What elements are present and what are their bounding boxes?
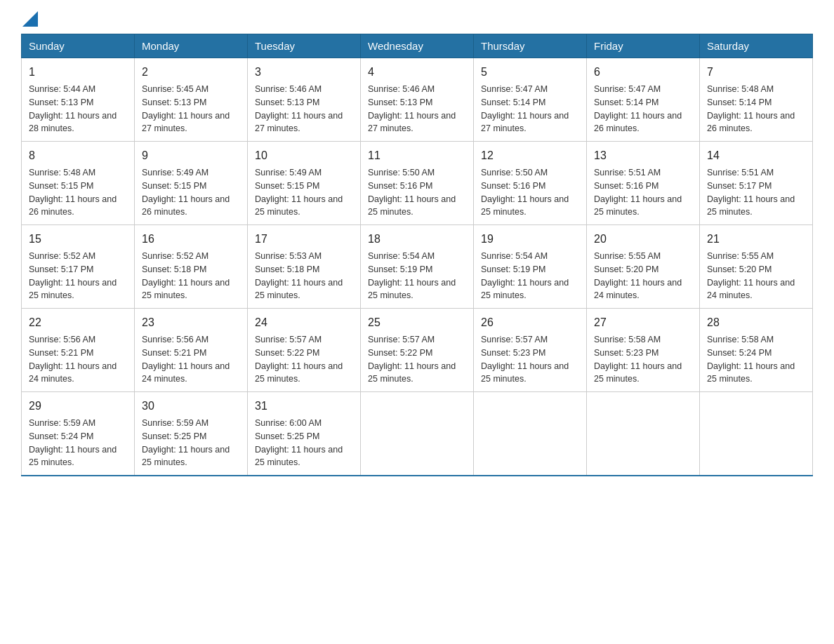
day-cell: 31Sunrise: 6:00 AMSunset: 5:25 PMDayligh… (248, 392, 361, 476)
day-cell: 5Sunrise: 5:47 AMSunset: 5:14 PMDaylight… (474, 58, 587, 142)
day-info: Sunrise: 5:50 AMSunset: 5:16 PMDaylight:… (368, 166, 466, 219)
day-cell: 14Sunrise: 5:51 AMSunset: 5:17 PMDayligh… (700, 142, 813, 225)
logo (21, 14, 38, 27)
logo-triangle-icon (22, 11, 38, 27)
day-number: 17 (255, 231, 353, 248)
column-header-saturday: Saturday (700, 34, 813, 58)
column-header-wednesday: Wednesday (361, 34, 474, 58)
day-number: 9 (142, 147, 240, 164)
day-number: 18 (368, 231, 466, 248)
day-cell: 12Sunrise: 5:50 AMSunset: 5:16 PMDayligh… (474, 142, 587, 225)
header-row: SundayMondayTuesdayWednesdayThursdayFrid… (22, 34, 813, 58)
day-cell: 8Sunrise: 5:48 AMSunset: 5:15 PMDaylight… (22, 142, 135, 225)
day-number: 31 (255, 398, 353, 415)
day-info: Sunrise: 5:57 AMSunset: 5:22 PMDaylight:… (368, 333, 466, 386)
day-info: Sunrise: 6:00 AMSunset: 5:25 PMDaylight:… (255, 417, 353, 469)
day-info: Sunrise: 5:54 AMSunset: 5:19 PMDaylight:… (368, 250, 466, 302)
day-info: Sunrise: 5:47 AMSunset: 5:14 PMDaylight:… (594, 83, 692, 135)
day-number: 16 (142, 231, 240, 248)
day-cell: 23Sunrise: 5:56 AMSunset: 5:21 PMDayligh… (135, 309, 248, 392)
day-info: Sunrise: 5:50 AMSunset: 5:16 PMDaylight:… (481, 166, 579, 219)
day-number: 30 (142, 398, 240, 415)
day-info: Sunrise: 5:49 AMSunset: 5:15 PMDaylight:… (142, 166, 240, 219)
calendar-body: 1Sunrise: 5:44 AMSunset: 5:13 PMDaylight… (22, 58, 813, 476)
day-info: Sunrise: 5:45 AMSunset: 5:13 PMDaylight:… (142, 83, 240, 135)
day-info: Sunrise: 5:54 AMSunset: 5:19 PMDaylight:… (481, 250, 579, 302)
day-info: Sunrise: 5:46 AMSunset: 5:13 PMDaylight:… (255, 83, 353, 135)
day-number: 7 (707, 64, 805, 81)
day-number: 23 (142, 314, 240, 331)
day-cell: 20Sunrise: 5:55 AMSunset: 5:20 PMDayligh… (587, 225, 700, 309)
day-number: 20 (594, 231, 692, 248)
week-row-2: 8Sunrise: 5:48 AMSunset: 5:15 PMDaylight… (22, 142, 813, 225)
day-cell: 26Sunrise: 5:57 AMSunset: 5:23 PMDayligh… (474, 309, 587, 392)
day-number: 19 (481, 231, 579, 248)
day-info: Sunrise: 5:58 AMSunset: 5:23 PMDaylight:… (594, 333, 692, 386)
day-number: 21 (707, 231, 805, 248)
day-number: 11 (368, 147, 466, 164)
day-info: Sunrise: 5:48 AMSunset: 5:14 PMDaylight:… (707, 83, 805, 135)
day-info: Sunrise: 5:57 AMSunset: 5:23 PMDaylight:… (481, 333, 579, 386)
week-row-1: 1Sunrise: 5:44 AMSunset: 5:13 PMDaylight… (22, 58, 813, 142)
day-info: Sunrise: 5:56 AMSunset: 5:21 PMDaylight:… (29, 333, 127, 386)
day-cell: 13Sunrise: 5:51 AMSunset: 5:16 PMDayligh… (587, 142, 700, 225)
day-cell: 11Sunrise: 5:50 AMSunset: 5:16 PMDayligh… (361, 142, 474, 225)
column-header-sunday: Sunday (22, 34, 135, 58)
day-cell: 7Sunrise: 5:48 AMSunset: 5:14 PMDaylight… (700, 58, 813, 142)
day-cell: 1Sunrise: 5:44 AMSunset: 5:13 PMDaylight… (22, 58, 135, 142)
day-number: 4 (368, 64, 466, 81)
day-cell: 18Sunrise: 5:54 AMSunset: 5:19 PMDayligh… (361, 225, 474, 309)
calendar-table: SundayMondayTuesdayWednesdayThursdayFrid… (21, 34, 813, 476)
day-cell: 27Sunrise: 5:58 AMSunset: 5:23 PMDayligh… (587, 309, 700, 392)
day-cell: 15Sunrise: 5:52 AMSunset: 5:17 PMDayligh… (22, 225, 135, 309)
day-number: 13 (594, 147, 692, 164)
day-number: 6 (594, 64, 692, 81)
day-cell: 10Sunrise: 5:49 AMSunset: 5:15 PMDayligh… (248, 142, 361, 225)
day-number: 22 (29, 314, 127, 331)
day-number: 3 (255, 64, 353, 81)
day-cell (474, 392, 587, 476)
day-cell: 21Sunrise: 5:55 AMSunset: 5:20 PMDayligh… (700, 225, 813, 309)
day-cell: 29Sunrise: 5:59 AMSunset: 5:24 PMDayligh… (22, 392, 135, 476)
day-cell: 3Sunrise: 5:46 AMSunset: 5:13 PMDaylight… (248, 58, 361, 142)
day-info: Sunrise: 5:55 AMSunset: 5:20 PMDaylight:… (707, 250, 805, 302)
day-number: 28 (707, 314, 805, 331)
column-header-thursday: Thursday (474, 34, 587, 58)
day-info: Sunrise: 5:51 AMSunset: 5:17 PMDaylight:… (707, 166, 805, 219)
day-info: Sunrise: 5:55 AMSunset: 5:20 PMDaylight:… (594, 250, 692, 302)
day-cell: 4Sunrise: 5:46 AMSunset: 5:13 PMDaylight… (361, 58, 474, 142)
day-info: Sunrise: 5:57 AMSunset: 5:22 PMDaylight:… (255, 333, 353, 386)
week-row-3: 15Sunrise: 5:52 AMSunset: 5:17 PMDayligh… (22, 225, 813, 309)
day-number: 27 (594, 314, 692, 331)
day-info: Sunrise: 5:49 AMSunset: 5:15 PMDaylight:… (255, 166, 353, 219)
day-number: 10 (255, 147, 353, 164)
day-info: Sunrise: 5:46 AMSunset: 5:13 PMDaylight:… (368, 83, 466, 135)
day-cell (700, 392, 813, 476)
day-cell: 28Sunrise: 5:58 AMSunset: 5:24 PMDayligh… (700, 309, 813, 392)
day-number: 29 (29, 398, 127, 415)
day-cell: 2Sunrise: 5:45 AMSunset: 5:13 PMDaylight… (135, 58, 248, 142)
day-number: 24 (255, 314, 353, 331)
day-number: 15 (29, 231, 127, 248)
day-cell: 19Sunrise: 5:54 AMSunset: 5:19 PMDayligh… (474, 225, 587, 309)
page-header (21, 14, 813, 27)
day-cell: 24Sunrise: 5:57 AMSunset: 5:22 PMDayligh… (248, 309, 361, 392)
day-number: 8 (29, 147, 127, 164)
day-number: 2 (142, 64, 240, 81)
week-row-5: 29Sunrise: 5:59 AMSunset: 5:24 PMDayligh… (22, 392, 813, 476)
calendar-header: SundayMondayTuesdayWednesdayThursdayFrid… (22, 34, 813, 58)
day-number: 14 (707, 147, 805, 164)
day-number: 5 (481, 64, 579, 81)
day-info: Sunrise: 5:52 AMSunset: 5:18 PMDaylight:… (142, 250, 240, 302)
svg-marker-0 (22, 11, 38, 27)
day-cell: 17Sunrise: 5:53 AMSunset: 5:18 PMDayligh… (248, 225, 361, 309)
day-cell: 30Sunrise: 5:59 AMSunset: 5:25 PMDayligh… (135, 392, 248, 476)
day-info: Sunrise: 5:58 AMSunset: 5:24 PMDaylight:… (707, 333, 805, 386)
week-row-4: 22Sunrise: 5:56 AMSunset: 5:21 PMDayligh… (22, 309, 813, 392)
day-cell: 16Sunrise: 5:52 AMSunset: 5:18 PMDayligh… (135, 225, 248, 309)
day-cell (587, 392, 700, 476)
day-number: 12 (481, 147, 579, 164)
day-info: Sunrise: 5:53 AMSunset: 5:18 PMDaylight:… (255, 250, 353, 302)
day-number: 25 (368, 314, 466, 331)
day-cell: 9Sunrise: 5:49 AMSunset: 5:15 PMDaylight… (135, 142, 248, 225)
